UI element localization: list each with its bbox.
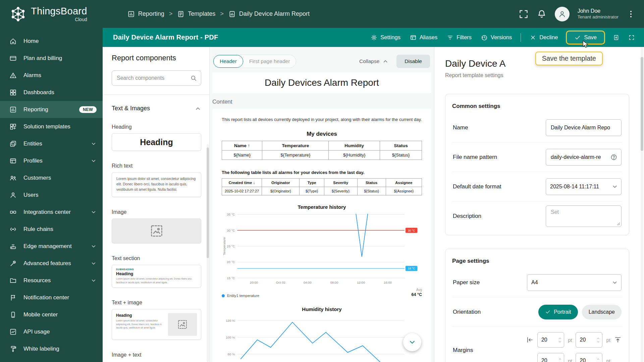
aliases-button[interactable]: Aliases [406, 32, 441, 44]
name-input[interactable] [550, 124, 617, 131]
margin-right-stepper[interactable]: 20 [576, 332, 602, 348]
search-input[interactable] [116, 75, 190, 81]
sidebar-item-api-usage[interactable]: API usage [0, 323, 103, 340]
fullscreen-button[interactable] [519, 9, 529, 19]
user-info[interactable]: John Doe Tenant administrator [578, 8, 619, 20]
sidebar-item-settings[interactable]: Settings [0, 357, 103, 362]
sidebar-item-reporting[interactable]: ReportingNEW [0, 101, 103, 118]
sidebar-item-profiles[interactable]: Profiles [0, 152, 103, 169]
landscape-button[interactable]: Landscape [582, 305, 622, 319]
margin-line-2: 20 pt 20 pt [526, 353, 622, 362]
file-name-pattern-input[interactable] [550, 154, 608, 161]
sidebar-item-label: Profiles [23, 158, 43, 164]
breadcrumb-label: Reporting [138, 10, 164, 17]
description-textarea[interactable] [550, 208, 617, 225]
sidebar-item-notification-center[interactable]: Notification center [0, 289, 103, 306]
save-button-label: Save [584, 34, 597, 41]
table-header[interactable]: Assignee [386, 179, 422, 187]
table-header[interactable]: Temperature [262, 141, 329, 150]
settings-scrollbar[interactable] [641, 57, 643, 151]
margin-bottom-stepper[interactable]: 20 [576, 353, 602, 362]
close-icon [530, 34, 536, 41]
increment-icon[interactable] [558, 358, 562, 360]
devices-table-title: My devices [222, 131, 422, 137]
paper-size-select[interactable]: A4 [527, 274, 622, 291]
component-card-heading[interactable]: Heading [112, 133, 201, 151]
table-header[interactable]: Originator [262, 179, 300, 187]
file-name-pattern-box [546, 149, 622, 166]
file-name-pattern-row: File name pattern [452, 142, 622, 172]
breadcrumb-item-templates[interactable]: Templates [177, 10, 215, 18]
sidebar-item-rule-chains[interactable]: Rule chains [0, 221, 103, 238]
disable-button[interactable]: Disable [396, 55, 430, 68]
portrait-button[interactable]: Portrait [538, 305, 578, 319]
filters-button[interactable]: Filters [443, 32, 476, 44]
description-label: Description [453, 213, 481, 220]
tab-header[interactable]: Header [213, 55, 243, 68]
sidebar-item-mobile-center[interactable]: Mobile center [0, 306, 103, 323]
margin-left-stepper[interactable]: 20 [537, 332, 564, 348]
sidebar-item-plan-and-billing[interactable]: Plan and billing [0, 50, 103, 67]
table-header[interactable]: Type [300, 179, 324, 187]
new-badge: NEW [79, 106, 97, 113]
legend-dot [222, 294, 225, 297]
settings-button[interactable]: Settings [367, 32, 405, 44]
component-card-rich-text[interactable]: Lorem ipsum dolor sit amet, consectetur … [112, 172, 201, 197]
table-header[interactable]: Humidity [329, 141, 380, 150]
collapse-button[interactable]: Collapse [357, 58, 390, 65]
margin-top-stepper[interactable]: 20 [537, 353, 564, 362]
component-card-text-image[interactable]: Heading Lorem ipsum dolor sit amet, cons… [112, 309, 201, 340]
decrement-icon[interactable] [558, 341, 562, 343]
section-text-and-images[interactable]: Text & Images [112, 105, 201, 112]
legend-item[interactable]: Entity1 temperature [222, 294, 259, 298]
decrement-icon[interactable] [596, 341, 600, 343]
sidebar-item-dashboards[interactable]: Dashboards [0, 84, 103, 101]
sidebar-item-edge-management[interactable]: Edge management [0, 238, 103, 255]
sidebar-item-advanced-features[interactable]: Advanced features [0, 255, 103, 272]
alarms-note: The following table lists all alarms for… [222, 170, 422, 175]
sidebar-item-alarms[interactable]: Alarms [0, 67, 103, 84]
unit-label: pt [606, 337, 610, 343]
notifications-button[interactable] [537, 9, 547, 19]
component-card-text-section[interactable]: SUBHEADING Heading Lorem ipsum dolor sit… [112, 265, 201, 288]
editor-fullscreen-button[interactable] [625, 31, 639, 44]
export-report-icon[interactable] [609, 31, 623, 44]
sidebar-item-home[interactable]: Home [0, 33, 103, 50]
table-header[interactable]: Name ↑ [222, 141, 262, 150]
breadcrumb-separator: > [169, 10, 173, 17]
increment-icon[interactable] [596, 358, 600, 360]
versions-button[interactable]: Versions [477, 32, 516, 44]
date-format-select[interactable]: 2025-08-14 11:17:11 [546, 178, 622, 195]
resize-handle[interactable] [617, 222, 620, 226]
table-header[interactable]: Severity [324, 179, 357, 187]
sidebar-item-solution-templates[interactable]: Solution templates [0, 118, 103, 135]
table-header[interactable]: Status [380, 141, 422, 150]
tab-first-page-header[interactable]: First page header [243, 55, 296, 67]
scroll-down-fab[interactable] [403, 333, 421, 351]
table-header[interactable]: Status [357, 179, 386, 187]
increment-icon[interactable] [596, 337, 600, 340]
decline-button[interactable]: Decline [526, 32, 562, 44]
svg-text:20:00: 20:00 [250, 281, 258, 284]
sidebar-item-customers[interactable]: Customers [0, 169, 103, 186]
chevron-down-icon [91, 260, 97, 266]
orientation-row: Orientation Portrait Landscape [452, 297, 622, 327]
sidebar-item-users[interactable]: Users [0, 186, 103, 203]
text-image-placeholder-box [168, 313, 197, 336]
brand[interactable]: ThingsBoard Cloud [9, 5, 87, 23]
table-header[interactable]: Created time ↓ [222, 179, 262, 187]
help-icon[interactable] [610, 154, 617, 161]
breadcrumb-item-reporting[interactable]: Reporting [127, 10, 164, 18]
sidebar-item-white-labeling[interactable]: White labeling [0, 340, 103, 357]
components-scrollbar[interactable] [207, 147, 209, 258]
component-card-image[interactable] [112, 219, 201, 243]
sidebar-item-resources[interactable]: Resources [0, 272, 103, 289]
sidebar-item-label: Dashboards [23, 89, 54, 96]
avatar[interactable] [555, 7, 570, 21]
kebab-menu-button[interactable] [627, 10, 635, 18]
save-button[interactable]: Save Save the template [566, 31, 605, 45]
sidebar-item-entities[interactable]: Entities [0, 135, 103, 152]
increment-icon[interactable] [558, 337, 562, 340]
sidebar-item-integrations-center[interactable]: Integrations center [0, 203, 103, 221]
breadcrumb-item-daily-device-alarm-report[interactable]: Daily Device Alarm Report [228, 10, 310, 18]
